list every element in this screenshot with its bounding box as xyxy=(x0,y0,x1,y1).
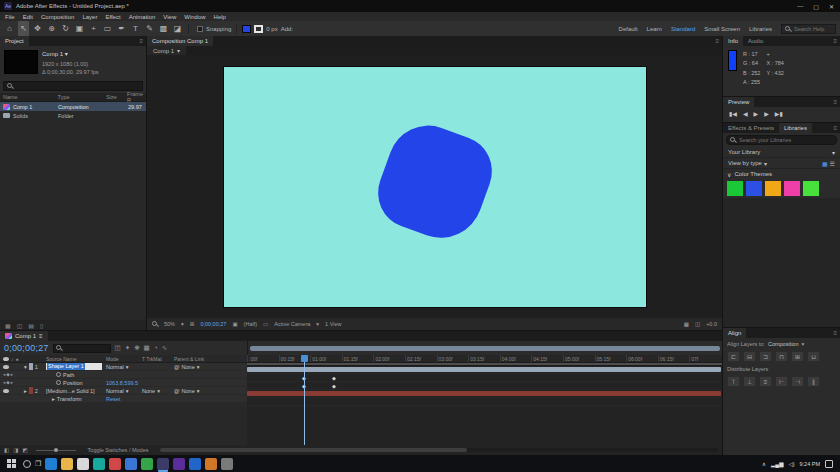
comp-timecode[interactable]: 0;00;00;27 xyxy=(200,321,226,327)
interpret-footage-icon[interactable]: ▦ xyxy=(5,322,11,329)
help-search[interactable] xyxy=(781,24,836,34)
project-search-input[interactable] xyxy=(16,83,139,89)
resolution-select[interactable]: (Half) xyxy=(244,321,257,327)
viewer-tab-comp1[interactable]: Comp 1 ▾ xyxy=(147,46,186,55)
tab-align[interactable]: Align xyxy=(723,328,746,338)
timeline-jump-icon[interactable]: ◫ xyxy=(695,321,700,327)
taskbar-app-icon-4[interactable] xyxy=(93,458,105,470)
menu-composition[interactable]: Composition xyxy=(41,14,74,20)
project-search[interactable] xyxy=(3,81,143,91)
fill-swatch[interactable] xyxy=(242,25,251,33)
align-horizontal-center-button[interactable]: ⊟ xyxy=(743,351,756,362)
snapshot-icon[interactable]: ▣ xyxy=(232,321,237,327)
volume-icon[interactable]: ◁) xyxy=(788,461,794,467)
keyframe-icon[interactable]: ◆ xyxy=(332,375,336,381)
draft-3d-icon[interactable]: ✦ xyxy=(125,344,130,352)
library-swatch-2[interactable] xyxy=(765,181,781,196)
tab-libraries[interactable]: Libraries xyxy=(779,123,812,133)
libraries-search-input[interactable] xyxy=(739,137,833,143)
color-themes-section-header[interactable]: ∨ Color Themes xyxy=(723,169,840,179)
track-shape-layer[interactable] xyxy=(247,366,722,374)
column-trkmat[interactable]: T TrkMat xyxy=(142,356,174,362)
align-left-button[interactable]: ⊏ xyxy=(727,351,740,362)
tab-info[interactable]: Info xyxy=(723,36,743,46)
distribute-bottom-button[interactable]: ≡ xyxy=(759,376,772,387)
workspace-libraries[interactable]: Libraries xyxy=(749,26,772,32)
close-button[interactable]: ✕ xyxy=(829,3,834,10)
menu-file[interactable]: File xyxy=(5,14,15,20)
align-right-button[interactable]: ⊐ xyxy=(759,351,772,362)
property-row-path[interactable]: ◂◆▸ Path xyxy=(0,371,247,379)
taskbar-app-icon-1[interactable] xyxy=(45,458,57,470)
taskbar-app-icon-9[interactable] xyxy=(173,458,185,470)
type-tool-icon[interactable]: T xyxy=(130,21,141,36)
property-row-transform[interactable]: ▸ Transform Reset xyxy=(0,395,247,403)
library-swatch-4[interactable] xyxy=(803,181,819,196)
taskbar-app-icon-3[interactable] xyxy=(77,458,89,470)
shape-layer-bar[interactable] xyxy=(247,367,721,372)
view-by-selector[interactable]: View by type ▾ ▦ ☰ xyxy=(723,158,840,169)
taskbar-app-icon-5[interactable] xyxy=(109,458,121,470)
workspace-standard[interactable]: Standard xyxy=(671,26,695,32)
keyframe-nav-icon[interactable]: ◂◆▸ xyxy=(3,372,14,377)
layer1-parent-select[interactable]: @ None ▾ xyxy=(174,364,247,370)
start-button[interactable] xyxy=(7,459,16,468)
library-swatch-1[interactable] xyxy=(746,181,762,196)
stopwatch-icon[interactable] xyxy=(56,380,61,385)
solid-layer-bar[interactable] xyxy=(247,391,721,396)
time-navigator-bar[interactable] xyxy=(250,346,720,351)
exposure-value[interactable]: +0.0 xyxy=(706,321,717,327)
tray-expand-icon[interactable]: ∧ xyxy=(762,461,766,467)
project-row-comp1[interactable]: Comp 1 Composition 29.97 xyxy=(0,102,146,111)
camera-select[interactable]: Active Camera xyxy=(274,321,310,327)
eraser-tool-icon[interactable]: ◪ xyxy=(172,21,183,36)
expand-transfer-controls-icon[interactable]: ◨ xyxy=(13,447,18,453)
brush-tool-icon[interactable]: ✎ xyxy=(144,21,155,36)
taskbar-app-icon-10[interactable] xyxy=(189,458,201,470)
workspace-small-screen[interactable]: Small Screen xyxy=(704,26,740,32)
taskbar-app-icon-after-effects[interactable] xyxy=(157,458,169,470)
tab-project[interactable]: Project xyxy=(0,36,29,46)
grid-view-icon[interactable]: ▦ xyxy=(822,160,828,167)
snapping-checkbox[interactable] xyxy=(197,26,203,32)
timeline-search-input[interactable] xyxy=(64,345,104,351)
layer1-mode-select[interactable]: Normal ▾ xyxy=(106,364,142,370)
add-label[interactable]: Add: xyxy=(281,26,293,32)
selection-tool-icon[interactable]: ↖ xyxy=(18,21,29,36)
layer-name-edit-field[interactable]: Shape Layer 1 xyxy=(46,363,102,370)
first-frame-button[interactable]: ▮◀ xyxy=(729,110,737,117)
panel-menu-icon[interactable]: ≡ xyxy=(833,99,840,105)
previous-frame-button[interactable]: ◀ xyxy=(743,110,748,117)
maximize-button[interactable]: ▢ xyxy=(813,3,819,10)
stroke-width-value[interactable]: 0 px xyxy=(266,26,277,32)
panel-menu-icon[interactable]: ≡ xyxy=(833,38,840,44)
current-time-indicator[interactable] xyxy=(304,355,305,445)
shape-layer-chip[interactable] xyxy=(29,363,33,370)
pan-behind-tool-icon[interactable]: + xyxy=(88,21,99,36)
panel-menu-icon[interactable]: ≡ xyxy=(139,38,146,44)
next-frame-button[interactable]: ▶ xyxy=(764,110,769,117)
project-row-solids[interactable]: Solids Folder xyxy=(0,111,146,120)
column-parent-link[interactable]: Parent & Link xyxy=(174,356,247,362)
task-view-icon[interactable]: ❐ xyxy=(35,460,41,468)
expand-arrow-icon[interactable]: ▸ xyxy=(24,388,27,394)
hide-shy-layers-icon[interactable]: ❋ xyxy=(134,344,139,352)
last-frame-button[interactable]: ▶▮ xyxy=(775,110,783,117)
stopwatch-icon[interactable] xyxy=(56,372,61,377)
distribute-right-button[interactable]: ∥ xyxy=(807,376,820,387)
list-view-icon[interactable]: ☰ xyxy=(830,160,835,167)
composition-viewport[interactable] xyxy=(147,55,722,318)
align-vertical-center-button[interactable]: ⊞ xyxy=(791,351,804,362)
timeline-zoom-slider[interactable] xyxy=(36,450,76,451)
pen-tool-icon[interactable]: ✒ xyxy=(116,21,127,36)
column-name[interactable]: Name xyxy=(3,94,55,100)
menu-window[interactable]: Window xyxy=(184,14,205,20)
delete-item-icon[interactable]: ▯ xyxy=(40,322,43,329)
expand-layer-switches-icon[interactable]: ◧ xyxy=(4,447,9,453)
tab-effects-presets[interactable]: Effects & Presets xyxy=(723,123,779,133)
menu-help[interactable]: Help xyxy=(214,14,226,20)
menu-layer[interactable]: Layer xyxy=(82,14,97,20)
layer2-parent-select[interactable]: @ None ▾ xyxy=(174,388,247,394)
network-icon[interactable]: ▂▄▆ xyxy=(771,461,783,467)
column-size[interactable]: Size xyxy=(106,94,124,100)
